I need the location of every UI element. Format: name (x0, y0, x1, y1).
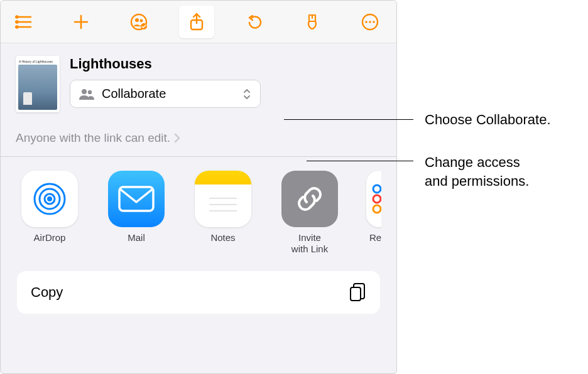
document-title: Lighthouses (70, 56, 381, 72)
add-icon[interactable] (70, 11, 92, 33)
access-text: Anyone with the link can edit. (16, 131, 170, 145)
svg-point-4 (16, 21, 18, 23)
collaborate-people-icon[interactable] (128, 11, 150, 33)
undo-icon[interactable] (243, 11, 266, 33)
svg-rect-24 (119, 187, 153, 211)
airdrop-icon (21, 171, 78, 227)
copy-icon (349, 282, 366, 302)
toolbar (1, 1, 396, 43)
svg-point-17 (373, 21, 375, 23)
svg-rect-31 (351, 287, 361, 301)
callout-access: Change access and permissions. (307, 153, 529, 190)
people-icon (79, 88, 94, 100)
svg-point-23 (47, 196, 52, 201)
share-airdrop[interactable]: AirDrop (19, 171, 80, 255)
share-notes[interactable]: Notes (193, 171, 253, 255)
svg-point-29 (373, 195, 381, 203)
collaborate-dropdown[interactable]: Collaborate (70, 80, 261, 108)
svg-point-3 (16, 16, 18, 18)
svg-point-10 (140, 19, 143, 22)
document-thumbnail: A History of Lighthouses (16, 56, 60, 112)
callout-collaborate: Choose Collaborate. (284, 110, 551, 129)
copy-row[interactable]: Copy (17, 271, 380, 314)
chevron-right-icon (174, 133, 180, 143)
svg-point-30 (373, 205, 381, 213)
share-icon[interactable] (179, 6, 214, 38)
more-icon[interactable] (359, 11, 381, 33)
svg-point-19 (88, 90, 92, 94)
svg-point-15 (365, 21, 368, 23)
notes-icon (195, 171, 251, 227)
share-mail[interactable]: Mail (106, 171, 166, 255)
svg-point-9 (135, 18, 139, 22)
sidebar-toggle-icon[interactable] (12, 11, 35, 33)
mail-icon (108, 171, 165, 227)
format-brush-icon[interactable] (301, 11, 324, 33)
svg-point-16 (369, 21, 371, 23)
copy-label: Copy (31, 284, 63, 301)
collaborate-label: Collaborate (102, 87, 235, 101)
svg-point-18 (82, 89, 87, 94)
updown-chevron-icon (242, 88, 251, 100)
svg-point-5 (16, 26, 18, 28)
